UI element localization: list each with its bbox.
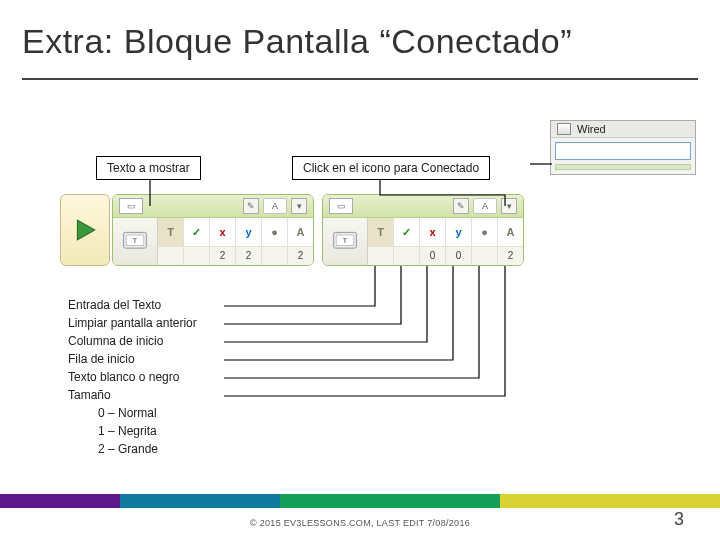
block-b-header: ▭ ✎ A ▾ — [323, 195, 523, 218]
display-block-b[interactable]: ▭ ✎ A ▾ T T ✓ x0 y0 ● A2 — [322, 194, 524, 266]
svg-text:T: T — [343, 236, 348, 243]
param-b-size[interactable]: A2 — [498, 218, 523, 265]
eraser-icon: ✎ — [243, 198, 259, 214]
param-b-clear[interactable]: ✓ — [394, 218, 420, 265]
block-b-text-field[interactable]: A — [473, 198, 497, 214]
label-click-icono: Click en el icono para Conectado — [292, 156, 490, 180]
block-b-port-icon: ▭ — [329, 198, 353, 214]
legend-col: Columna de inicio — [68, 332, 197, 350]
legend-size-1: 1 – Negrita — [68, 422, 197, 440]
legend-clear: Limpiar pantalla anterior — [68, 314, 197, 332]
param-a-row[interactable]: y2 — [236, 218, 262, 265]
legend-color: Texto blanco o negro — [68, 368, 197, 386]
legend-text-input: Entrada del Texto — [68, 296, 197, 314]
color-icon: ● — [262, 218, 287, 246]
y-icon: y — [446, 218, 471, 246]
text-param-icon: T — [368, 218, 393, 246]
param-a-color[interactable]: ● — [262, 218, 288, 265]
color-icon: ● — [472, 218, 497, 246]
legend-row: Fila de inicio — [68, 350, 197, 368]
block-b-params: T ✓ x0 y0 ● A2 — [368, 218, 523, 265]
display-icon[interactable]: T — [113, 218, 158, 265]
x-icon: x — [420, 218, 445, 246]
param-b-row[interactable]: y0 — [446, 218, 472, 265]
param-b-color[interactable]: ● — [472, 218, 498, 265]
block-a-text-field[interactable]: A — [263, 198, 287, 214]
legend-size-2: 2 – Grande — [68, 440, 197, 458]
display-icon[interactable]: T — [323, 218, 368, 265]
display-block-a[interactable]: ▭ ✎ A ▾ T T ✓ x2 y2 ● A2 — [112, 194, 314, 266]
param-a-col[interactable]: x2 — [210, 218, 236, 265]
legend: Entrada del Texto Limpiar pantalla anter… — [68, 296, 197, 458]
start-block[interactable] — [60, 194, 110, 266]
param-a-text[interactable]: T — [158, 218, 184, 265]
page-number: 3 — [674, 509, 684, 530]
blocks-row: ▭ ✎ A ▾ T T ✓ x2 y2 ● A2 — [60, 194, 532, 266]
dropdown-icon[interactable]: ▾ — [291, 198, 307, 214]
title-rule — [22, 78, 698, 80]
wired-scrollbar[interactable] — [555, 164, 691, 170]
wired-icon — [557, 123, 571, 135]
play-icon — [72, 217, 98, 243]
svg-marker-0 — [77, 220, 94, 240]
connector-lines — [0, 0, 720, 540]
check-icon: ✓ — [394, 218, 419, 246]
param-a-size[interactable]: A2 — [288, 218, 313, 265]
footer-text: © 2015 EV3LESSONS.COM, LAST EDIT 7/08/20… — [0, 518, 720, 528]
footer-stripe — [0, 494, 720, 508]
wired-panel: Wired — [550, 120, 696, 175]
param-a-clear[interactable]: ✓ — [184, 218, 210, 265]
legend-size-0: 0 – Normal — [68, 404, 197, 422]
y-icon: y — [236, 218, 261, 246]
param-b-text[interactable]: T — [368, 218, 394, 265]
size-icon: A — [498, 218, 523, 246]
eraser-icon: ✎ — [453, 198, 469, 214]
param-b-col[interactable]: x0 — [420, 218, 446, 265]
check-icon: ✓ — [184, 218, 209, 246]
block-a-params: T ✓ x2 y2 ● A2 — [158, 218, 313, 265]
wired-label: Wired — [577, 123, 606, 135]
text-param-icon: T — [158, 218, 183, 246]
page-title: Extra: Bloque Pantalla “Conectado” — [22, 22, 572, 61]
x-icon: x — [210, 218, 235, 246]
block-a-port-icon: ▭ — [119, 198, 143, 214]
wired-header: Wired — [551, 121, 695, 138]
dropdown-icon[interactable]: ▾ — [501, 198, 517, 214]
wired-input[interactable] — [555, 142, 691, 160]
size-icon: A — [288, 218, 313, 246]
label-texto-a-mostrar: Texto a mostrar — [96, 156, 201, 180]
block-a-header: ▭ ✎ A ▾ — [113, 195, 313, 218]
svg-text:T: T — [133, 236, 138, 243]
legend-size: Tamaño — [68, 386, 197, 404]
